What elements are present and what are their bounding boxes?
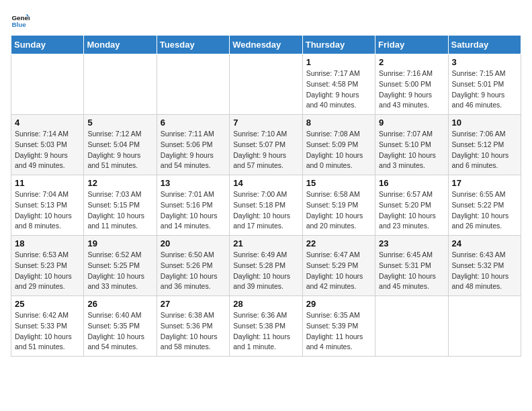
day-info: Sunrise: 7:04 AM Sunset: 5:13 PM Dayligh… — [15, 189, 80, 232]
weekday-header: Friday — [375, 36, 448, 54]
calendar-cell: 3Sunrise: 7:15 AM Sunset: 5:01 PM Daylig… — [448, 54, 521, 115]
day-info: Sunrise: 6:42 AM Sunset: 5:33 PM Dayligh… — [15, 310, 80, 353]
calendar-cell — [84, 54, 157, 115]
day-info: Sunrise: 7:08 AM Sunset: 5:09 PM Dayligh… — [306, 129, 371, 171]
calendar-cell: 26Sunrise: 6:40 AM Sunset: 5:35 PM Dayli… — [84, 296, 157, 357]
day-number: 12 — [87, 178, 152, 188]
calendar-cell: 21Sunrise: 6:49 AM Sunset: 5:28 PM Dayli… — [230, 236, 302, 296]
calendar-cell: 22Sunrise: 6:47 AM Sunset: 5:29 PM Dayli… — [302, 236, 375, 296]
calendar-week-row: 25Sunrise: 6:42 AM Sunset: 5:33 PM Dayli… — [11, 296, 521, 357]
day-info: Sunrise: 6:52 AM Sunset: 5:25 PM Dayligh… — [87, 250, 152, 292]
day-info: Sunrise: 7:11 AM Sunset: 5:06 PM Dayligh… — [161, 129, 226, 171]
day-number: 29 — [306, 299, 371, 309]
day-info: Sunrise: 7:16 AM Sunset: 5:00 PM Dayligh… — [379, 68, 444, 111]
day-info: Sunrise: 6:36 AM Sunset: 5:38 PM Dayligh… — [233, 310, 298, 353]
calendar-week-row: 1Sunrise: 7:17 AM Sunset: 4:58 PM Daylig… — [11, 54, 521, 115]
day-info: Sunrise: 6:45 AM Sunset: 5:31 PM Dayligh… — [379, 250, 444, 292]
day-number: 18 — [15, 238, 80, 248]
day-number: 15 — [306, 178, 371, 188]
day-number: 24 — [452, 238, 517, 248]
day-number: 7 — [233, 118, 298, 128]
day-number: 25 — [15, 299, 80, 309]
weekday-header: Tuesday — [157, 36, 229, 54]
calendar-cell: 28Sunrise: 6:36 AM Sunset: 5:38 PM Dayli… — [230, 296, 302, 357]
calendar-cell: 24Sunrise: 6:43 AM Sunset: 5:32 PM Dayli… — [448, 236, 521, 296]
day-number: 16 — [379, 178, 444, 188]
day-number: 21 — [233, 238, 298, 248]
weekday-header: Monday — [84, 36, 157, 54]
calendar-week-row: 11Sunrise: 7:04 AM Sunset: 5:13 PM Dayli… — [11, 175, 521, 236]
day-number: 5 — [87, 118, 152, 128]
day-info: Sunrise: 7:12 AM Sunset: 5:04 PM Dayligh… — [87, 129, 152, 171]
calendar-cell: 7Sunrise: 7:10 AM Sunset: 5:07 PM Daylig… — [230, 115, 302, 175]
day-number: 13 — [161, 178, 226, 188]
day-info: Sunrise: 6:49 AM Sunset: 5:28 PM Dayligh… — [233, 250, 298, 292]
day-number: 2 — [379, 57, 444, 67]
day-info: Sunrise: 6:38 AM Sunset: 5:36 PM Dayligh… — [161, 310, 226, 353]
calendar-cell: 14Sunrise: 7:00 AM Sunset: 5:18 PM Dayli… — [230, 175, 302, 236]
logo-icon: General Blue — [11, 11, 30, 30]
calendar-cell: 17Sunrise: 6:55 AM Sunset: 5:22 PM Dayli… — [448, 175, 521, 236]
weekday-header-row: SundayMondayTuesdayWednesdayThursdayFrid… — [11, 36, 521, 54]
day-number: 17 — [452, 178, 517, 188]
day-info: Sunrise: 6:57 AM Sunset: 5:20 PM Dayligh… — [379, 189, 444, 232]
calendar-cell: 23Sunrise: 6:45 AM Sunset: 5:31 PM Dayli… — [375, 236, 448, 296]
calendar-week-row: 4Sunrise: 7:14 AM Sunset: 5:03 PM Daylig… — [11, 115, 521, 175]
day-number: 19 — [87, 238, 152, 248]
calendar-cell: 27Sunrise: 6:38 AM Sunset: 5:36 PM Dayli… — [157, 296, 229, 357]
calendar-cell — [375, 296, 448, 357]
day-info: Sunrise: 7:00 AM Sunset: 5:18 PM Dayligh… — [233, 189, 298, 232]
day-info: Sunrise: 7:10 AM Sunset: 5:07 PM Dayligh… — [233, 129, 298, 171]
day-number: 28 — [233, 299, 298, 309]
calendar-cell: 10Sunrise: 7:06 AM Sunset: 5:12 PM Dayli… — [448, 115, 521, 175]
day-number: 14 — [233, 178, 298, 188]
day-info: Sunrise: 7:01 AM Sunset: 5:16 PM Dayligh… — [161, 189, 226, 232]
day-info: Sunrise: 6:55 AM Sunset: 5:22 PM Dayligh… — [452, 189, 517, 232]
day-number: 27 — [161, 299, 226, 309]
day-number: 8 — [306, 118, 371, 128]
calendar-cell: 8Sunrise: 7:08 AM Sunset: 5:09 PM Daylig… — [302, 115, 375, 175]
day-info: Sunrise: 6:43 AM Sunset: 5:32 PM Dayligh… — [452, 250, 517, 292]
calendar-cell: 20Sunrise: 6:50 AM Sunset: 5:26 PM Dayli… — [157, 236, 229, 296]
calendar-cell: 4Sunrise: 7:14 AM Sunset: 5:03 PM Daylig… — [11, 115, 84, 175]
calendar-cell: 29Sunrise: 6:35 AM Sunset: 5:39 PM Dayli… — [302, 296, 375, 357]
weekday-header: Sunday — [11, 36, 84, 54]
calendar-cell — [157, 54, 229, 115]
weekday-header: Saturday — [448, 36, 521, 54]
svg-text:Blue: Blue — [11, 21, 26, 28]
calendar-cell: 1Sunrise: 7:17 AM Sunset: 4:58 PM Daylig… — [302, 54, 375, 115]
calendar-cell — [230, 54, 302, 115]
day-number: 1 — [306, 57, 371, 67]
day-info: Sunrise: 6:35 AM Sunset: 5:39 PM Dayligh… — [306, 310, 371, 353]
day-number: 3 — [452, 57, 517, 67]
day-number: 6 — [161, 118, 226, 128]
day-info: Sunrise: 7:07 AM Sunset: 5:10 PM Dayligh… — [379, 129, 444, 171]
weekday-header: Wednesday — [230, 36, 302, 54]
day-info: Sunrise: 7:17 AM Sunset: 4:58 PM Dayligh… — [306, 68, 371, 111]
calendar-cell: 12Sunrise: 7:03 AM Sunset: 5:15 PM Dayli… — [84, 175, 157, 236]
day-number: 26 — [87, 299, 152, 309]
day-number: 23 — [379, 238, 444, 248]
day-number: 22 — [306, 238, 371, 248]
calendar-cell — [11, 54, 84, 115]
page-header: General Blue — [11, 11, 521, 30]
day-number: 11 — [15, 178, 80, 188]
calendar-week-row: 18Sunrise: 6:53 AM Sunset: 5:23 PM Dayli… — [11, 236, 521, 296]
day-info: Sunrise: 6:47 AM Sunset: 5:29 PM Dayligh… — [306, 250, 371, 292]
calendar-cell — [448, 296, 521, 357]
day-number: 20 — [161, 238, 226, 248]
calendar-table: SundayMondayTuesdayWednesdayThursdayFrid… — [11, 35, 521, 357]
day-info: Sunrise: 7:15 AM Sunset: 5:01 PM Dayligh… — [452, 68, 517, 111]
calendar-cell: 19Sunrise: 6:52 AM Sunset: 5:25 PM Dayli… — [84, 236, 157, 296]
day-info: Sunrise: 6:53 AM Sunset: 5:23 PM Dayligh… — [15, 250, 80, 292]
weekday-header: Thursday — [302, 36, 375, 54]
day-info: Sunrise: 7:14 AM Sunset: 5:03 PM Dayligh… — [15, 129, 80, 171]
day-info: Sunrise: 7:06 AM Sunset: 5:12 PM Dayligh… — [452, 129, 517, 171]
day-info: Sunrise: 7:03 AM Sunset: 5:15 PM Dayligh… — [87, 189, 152, 232]
calendar-cell: 9Sunrise: 7:07 AM Sunset: 5:10 PM Daylig… — [375, 115, 448, 175]
calendar-cell: 18Sunrise: 6:53 AM Sunset: 5:23 PM Dayli… — [11, 236, 84, 296]
calendar-cell: 13Sunrise: 7:01 AM Sunset: 5:16 PM Dayli… — [157, 175, 229, 236]
calendar-cell: 11Sunrise: 7:04 AM Sunset: 5:13 PM Dayli… — [11, 175, 84, 236]
calendar-cell: 25Sunrise: 6:42 AM Sunset: 5:33 PM Dayli… — [11, 296, 84, 357]
calendar-cell: 5Sunrise: 7:12 AM Sunset: 5:04 PM Daylig… — [84, 115, 157, 175]
